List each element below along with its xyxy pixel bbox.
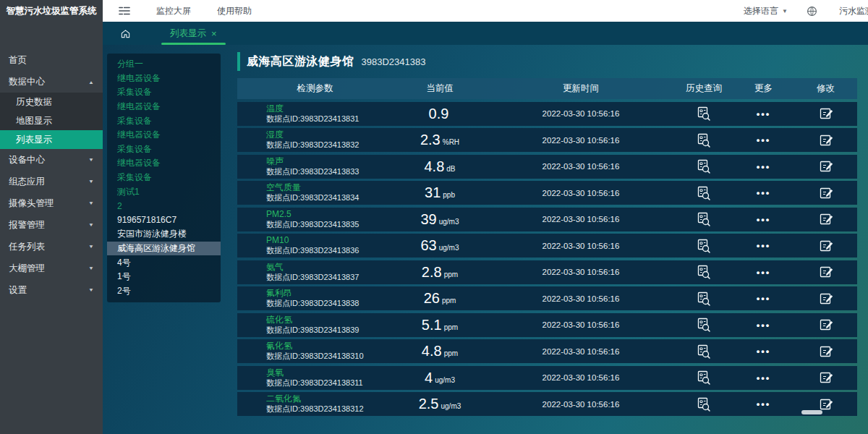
username[interactable]: 污水监测 [839,5,868,17]
more-button[interactable]: ••• [733,161,794,172]
sidebar-item-config-app[interactable]: 组态应用 ▼ [0,171,103,192]
param-name: 噪声 [266,157,393,166]
more-button[interactable]: ••• [733,214,794,225]
history-query-icon[interactable] [696,396,712,412]
param-cell: 氟利昂 数据点ID:3983D23413838 [237,289,393,308]
device-list-item[interactable]: 威海高区游泳健身馆 [107,242,221,256]
datapoint-id: 数据点ID:3983D23413839 [266,326,393,335]
sidebar-item-history-data[interactable]: 历史数据 [0,93,103,111]
device-list-item[interactable]: 1号 [107,270,221,284]
edit-icon[interactable] [818,211,834,227]
device-list-item[interactable]: 测试1 [107,184,221,199]
sidebar-item-greenhouse-management[interactable]: 大棚管理 ▼ [0,258,103,279]
device-list-item[interactable]: 采集设备 [107,142,221,157]
param-cell: 氰化氢 数据点ID:3983D234138310 [237,341,393,361]
value-cell: 63 ug/m3 [393,237,487,254]
chevron-down-icon: ▼ [88,157,94,162]
device-list-item[interactable]: 4号 [107,255,221,270]
current-value: 4.8 [424,158,444,175]
datapoint-id: 数据点ID:3983D23413831 [266,114,393,124]
edit-icon[interactable] [818,238,834,254]
param-name: 湿度 [266,130,393,140]
history-query-icon[interactable] [696,344,712,359]
datapoint-id: 数据点ID:3983D23413834 [266,193,393,203]
device-list-item[interactable]: 2号 [107,284,221,299]
history-query-icon[interactable] [696,317,712,333]
topbar: 监控大屏 使用帮助 选择语言 ▼ 污水监测 [103,0,868,22]
history-query-icon[interactable] [696,370,712,386]
edit-icon[interactable] [818,185,834,201]
sidebar-item-alarm-management[interactable]: 报警管理 ▼ [0,214,103,236]
sidebar-item-label: 大棚管理 [9,263,45,275]
more-button[interactable]: ••• [733,187,794,198]
edit-icon[interactable] [818,264,834,280]
col-header-time: 更新时间 [487,82,675,95]
sidebar-item-home[interactable]: 首页 [0,49,103,71]
device-list-item[interactable]: 9196571816C7 [107,213,221,228]
device-list-item[interactable]: 采集设备 [107,114,221,128]
sidebar-item-device-center[interactable]: 设备中心 ▼ [0,149,103,171]
table-row: 氰化氢 数据点ID:3983D234138310 4.8 ppm 2022-03… [237,339,857,363]
history-query-icon[interactable] [696,211,712,227]
history-query-icon[interactable] [696,106,712,122]
home-icon[interactable] [120,28,131,39]
sidebar-item-task-list[interactable]: 任务列表 ▼ [0,236,103,258]
horizontal-scrollbar-thumb[interactable] [801,410,822,414]
sidebar-item-camera-management[interactable]: 摄像头管理 ▼ [0,192,103,214]
current-value: 5.1 [422,317,442,333]
datapoint-id: 数据点ID:3983D23413838 [266,299,393,308]
more-button[interactable]: ••• [733,293,794,304]
table-row: 湿度 数据点ID:3983D23413832 2.3 %RH 2022-03-3… [237,128,857,152]
more-button[interactable]: ••• [733,267,794,278]
more-button[interactable]: ••• [733,346,794,357]
datapoint-id: 数据点ID:3983D23413832 [266,140,393,150]
station-name: 威海高区游泳健身馆 [247,54,354,69]
sidebar-item-list-display[interactable]: 列表显示 [0,130,103,149]
device-list-item[interactable]: 继电器设备 [107,100,221,114]
more-button[interactable]: ••• [733,109,794,119]
datapoint-id: 数据点ID:3983D23413833 [266,167,393,176]
value-unit: ppm [444,271,458,278]
edit-icon[interactable] [818,370,834,386]
edit-icon[interactable] [818,317,834,333]
history-query-icon[interactable] [696,238,712,254]
language-select[interactable]: 选择语言 ▼ [744,5,788,17]
device-list-item[interactable]: 继电器设备 [107,72,221,86]
history-query-icon[interactable] [696,132,712,148]
history-query-icon[interactable] [696,291,712,307]
menu-fold-icon[interactable] [119,6,130,16]
edit-icon[interactable] [818,132,834,148]
history-query-icon[interactable] [696,158,712,174]
close-icon[interactable]: × [211,29,217,38]
more-button[interactable]: ••• [733,320,794,331]
device-list-item[interactable]: 采集设备 [107,85,221,100]
device-list-item[interactable]: 继电器设备 [107,156,221,171]
device-list-item[interactable]: 继电器设备 [107,128,221,142]
topbar-link-monitor-screen[interactable]: 监控大屏 [156,5,191,17]
device-list-item[interactable]: 采集设备 [107,171,221,185]
sidebar-item-label: 组态应用 [9,176,45,188]
sidebar-item-data-center[interactable]: 数据中心 ▲ [0,71,103,93]
more-button[interactable]: ••• [733,399,794,409]
tab-list-display[interactable]: 列表显示 × [161,22,226,45]
sidebar-item-map-display[interactable]: 地图显示 [0,111,103,130]
history-query-icon[interactable] [696,185,712,201]
more-button[interactable]: ••• [733,373,794,383]
device-list-item[interactable]: 安国市游泳健身楼 [107,227,221,242]
chevron-down-icon: ▼ [88,287,94,292]
chevron-down-icon: ▼ [88,244,94,249]
device-list-item[interactable]: 分组一 [107,57,221,72]
edit-icon[interactable] [818,158,834,174]
col-header-history: 历史查询 [675,82,733,95]
more-button[interactable]: ••• [733,135,794,145]
param-name: PM2.5 [266,210,393,219]
history-query-icon[interactable] [696,264,712,280]
sidebar-item-settings[interactable]: 设置 ▼ [0,279,103,301]
more-button[interactable]: ••• [733,240,794,251]
edit-icon[interactable] [818,291,834,307]
edit-icon[interactable] [818,344,834,359]
edit-icon[interactable] [818,106,834,122]
topbar-link-help[interactable]: 使用帮助 [217,5,252,17]
globe-icon[interactable] [807,6,817,17]
device-list-item[interactable]: 2 [107,199,221,213]
